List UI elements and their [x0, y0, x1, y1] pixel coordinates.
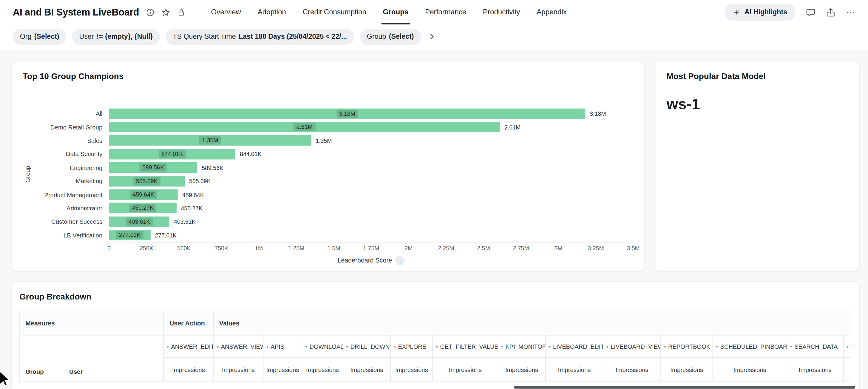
category-label: Customer Success [32, 218, 109, 225]
bar-value-label-outside: 1.35M [316, 137, 332, 144]
column-header-get-filter-values[interactable]: ▾GET_FILTER_VALUES [433, 335, 498, 357]
impressions-cell: Impressions [263, 357, 302, 382]
bar-row-all: All3.18M3.18M [32, 107, 633, 120]
x-tick: 250K [140, 245, 153, 251]
column-header-scheduled-pinboards[interactable]: ▾SCHEDULED_PINBOARDS [713, 335, 787, 357]
impressions-cell: Impressions [546, 357, 603, 382]
bar-engineering[interactable]: 589.56K [109, 162, 197, 173]
impressions-cell: Impressions [661, 357, 713, 382]
x-tick: 1.75M [363, 245, 379, 251]
column-header-answer-view[interactable]: ▾ANSWER_VIEW [213, 335, 263, 357]
bar-sales[interactable]: 1.35M [109, 136, 311, 146]
x-tick: 1.25M [288, 245, 304, 251]
more-options-icon[interactable] [846, 7, 856, 17]
bar-product-management[interactable]: 459.64K [109, 189, 178, 200]
bar-row-data-security: Data Security844.01K844.01K [32, 147, 633, 161]
tab-credit-consumption[interactable]: Credit Consumption [303, 0, 366, 25]
bar-data-security[interactable]: 844.01K [109, 149, 236, 159]
bar-value-label-inside: 459.64K [130, 190, 157, 199]
filter-chip-value: != {empty}, {Null} [97, 32, 153, 40]
impressions-cell: Impressions [391, 357, 433, 382]
bar-value-label-outside: 844.01K [240, 151, 261, 157]
horizontal-scrollbar-thumb[interactable] [514, 386, 855, 389]
bar-row-lb-verification: LB Verification277.01K277.01K [32, 229, 633, 242]
bar-value-label-outside: 589.56K [202, 164, 223, 171]
ai-highlights-button[interactable]: AI Highlights [724, 4, 796, 21]
bar-row-product-management: Product Management459.64K459.64K [32, 188, 633, 201]
filter-chip-name: Org [20, 32, 32, 40]
bar-value-label-inside: 844.01K [159, 150, 186, 158]
impressions-cell: Impressions [713, 357, 787, 382]
column-header-label: GET_FILTER_VALUES [440, 343, 498, 350]
tab-overview[interactable]: Overview [211, 0, 241, 25]
column-header-liveboard-view[interactable]: ▾LIVEBOARD_VIEW [603, 335, 661, 357]
tab-appendix[interactable]: Appendix [537, 0, 567, 25]
comment-icon[interactable] [806, 7, 815, 17]
bar-row-marketing: Marketing505.09K505.09K [32, 175, 633, 188]
x-axis-label: Leaderboard Score [338, 257, 392, 264]
bar-marketing[interactable]: 505.09K [109, 176, 185, 186]
column-header-explore[interactable]: ▾EXPLORE [391, 335, 433, 357]
x-tick: 2.5M [477, 245, 490, 251]
impressions-cell: Impressions [302, 357, 343, 382]
filters-expand-chevron[interactable] [427, 32, 436, 41]
tab-groups[interactable]: Groups [383, 0, 409, 25]
sort-caret-icon: ▾ [549, 344, 551, 349]
column-header-label: SEARCH_DATA [794, 343, 838, 350]
column-header-reportbook[interactable]: ▾REPORTBOOK [661, 335, 713, 357]
tab-performance[interactable]: Performance [425, 0, 466, 25]
sort-caret-icon: ▾ [664, 344, 666, 349]
info-icon[interactable] [146, 8, 155, 17]
bar-value-label-inside: 589.56K [140, 163, 167, 172]
filter-bar: Org(Select)User!= {empty}, {Null}TS Quer… [0, 25, 868, 49]
tab-adoption[interactable]: Adoption [258, 0, 286, 25]
column-header-label: LIVEBOARD_VIEW [611, 343, 661, 350]
column-header-spo[interactable]: ▾SPO [843, 335, 851, 357]
bar-rows: All3.18M3.18MDemo Retail Group2.61M2.61M… [32, 107, 633, 242]
column-header-download[interactable]: ▾DOWNLOAD [302, 335, 343, 357]
topbar-actions: AI Highlights [724, 4, 855, 21]
impressions-cell: Impressions [343, 357, 391, 382]
star-icon[interactable] [162, 8, 170, 17]
lock-icon[interactable] [177, 8, 186, 17]
x-tick: 750K [214, 245, 228, 251]
impressions-cell: Impressions [603, 357, 661, 382]
category-label: Engineering [32, 164, 109, 171]
column-header-answer-edit[interactable]: ▾ANSWER_EDIT [163, 335, 213, 357]
bar-value-label-outside: 459.64K [182, 191, 204, 198]
category-label: Demo Retail Group [32, 124, 109, 130]
category-label: All [32, 110, 109, 117]
liveboard-content: Top 10 Group Champions Group All3.18M3.1… [0, 49, 868, 389]
filter-chip-name: TS Query Start Time [173, 32, 236, 40]
tab-bar: OverviewAdoptionCredit ConsumptionGroups… [211, 0, 566, 25]
category-label: Data Security [32, 151, 109, 157]
share-icon[interactable] [826, 7, 836, 17]
y-axis-label: Group [23, 107, 32, 242]
column-header-label: SPO [851, 343, 851, 350]
bar-administrator[interactable]: 450.27K [109, 203, 177, 213]
bar-lb-verification[interactable]: 277.01K [109, 230, 151, 240]
x-tick: 2M [404, 245, 412, 251]
bar-demo-retail-group[interactable]: 2.61M [109, 122, 500, 132]
category-label: Sales [32, 137, 109, 144]
sort-descending-icon[interactable]: ↓ [396, 256, 405, 265]
tab-productivity[interactable]: Productivity [483, 0, 520, 25]
bar-customer-success[interactable]: 403.61K [109, 216, 170, 227]
category-label: Product Management [32, 191, 109, 198]
page-title: AI and BI System LiveBoard [13, 6, 139, 18]
column-header-drill-down[interactable]: ▾DRILL_DOWN [343, 335, 391, 357]
bar-row-administrator: Administrator450.27K450.27K [32, 201, 633, 215]
filter-chip-ts-query-start-time[interactable]: TS Query Start TimeLast 180 Days (25/04/… [165, 29, 354, 45]
filter-chip-group[interactable]: Group(Select) [360, 29, 421, 45]
column-header-apis[interactable]: ▾APIS [263, 335, 302, 357]
bar-value-label-outside: 450.27K [181, 205, 203, 211]
column-header-kpi-monitor[interactable]: ▾KPI_MONITOR [498, 335, 546, 357]
column-header-liveboard-edit[interactable]: ▾LIVEBOARD_EDIT [546, 335, 603, 357]
pivot-table-scroll-area[interactable]: MeasuresUser ActionValuesGroupUser▾ANSWE… [20, 310, 851, 382]
bar-value-label-inside: 2.61M [294, 123, 316, 131]
bar-row-sales: Sales1.35M1.35M [32, 134, 633, 147]
filter-chip-org[interactable]: Org(Select) [13, 29, 66, 45]
filter-chip-user[interactable]: User!= {empty}, {Null} [72, 29, 160, 45]
bar-all[interactable]: 3.18M [109, 108, 586, 119]
column-header-search-data[interactable]: ▾SEARCH_DATA [787, 335, 843, 357]
